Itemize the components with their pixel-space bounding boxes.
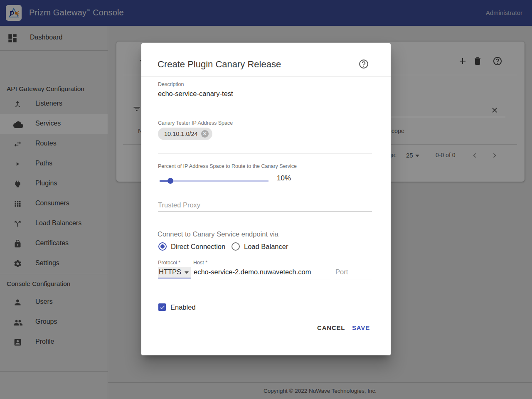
radio-direct-connection-label[interactable]: Direct Connection (171, 243, 225, 251)
percent-label: Percent of IP Address Space to Route to … (158, 163, 297, 169)
percent-value: 10% (277, 174, 291, 182)
ip-space-chip-value: 10.10.1.0/24 (164, 131, 198, 137)
description-underline (158, 100, 372, 100)
description-input[interactable]: echo-service-canary-test (158, 90, 233, 98)
cancel-button[interactable]: CANCEL (317, 324, 345, 331)
host-input[interactable]: echo-service-2.demo.nuwavetech.com (194, 268, 311, 276)
description-label: Description (158, 81, 184, 87)
host-underline (193, 279, 330, 279)
slider-thumb[interactable] (167, 178, 173, 184)
port-underline (335, 279, 372, 279)
slider-track[interactable] (160, 180, 268, 182)
percent-slider[interactable] (160, 177, 268, 185)
enabled-label[interactable]: Enabled (170, 303, 196, 311)
radio-direct-connection[interactable] (158, 242, 167, 251)
dialog-help-icon[interactable] (358, 59, 369, 71)
radio-load-balancer-label[interactable]: Load Balancer (244, 243, 288, 251)
ip-space-label: Canary Tester IP Address Space (158, 120, 233, 126)
trusted-proxy-input[interactable]: Trusted Proxy (158, 201, 200, 209)
protocol-value: HTTPS (159, 268, 181, 276)
host-label: Host * (193, 260, 207, 266)
app-root: P Prizm Gateway™ Console Administrator D… (0, 0, 532, 399)
port-input[interactable]: Port (335, 268, 348, 276)
radio-load-balancer[interactable] (232, 242, 240, 251)
protocol-label: Protocol * (158, 260, 180, 266)
dialog-title: Create Plugin Canary Release (158, 59, 281, 70)
chevron-down-icon (185, 271, 189, 274)
create-canary-dialog: Create Plugin Canary Release Description… (141, 43, 391, 355)
ip-space-chip[interactable]: 10.10.1.0/24 ✕ (158, 128, 212, 140)
ip-space-underline[interactable] (158, 153, 372, 153)
protocol-select[interactable]: HTTPS (158, 267, 191, 278)
trusted-proxy-underline (158, 212, 372, 212)
dialog-title-divider (141, 76, 391, 76)
connect-via-label: Connect to Canary Service endpoint via (158, 230, 278, 238)
enabled-checkbox[interactable] (158, 303, 166, 311)
chip-remove-icon[interactable]: ✕ (201, 130, 209, 138)
save-button[interactable]: SAVE (352, 324, 370, 331)
